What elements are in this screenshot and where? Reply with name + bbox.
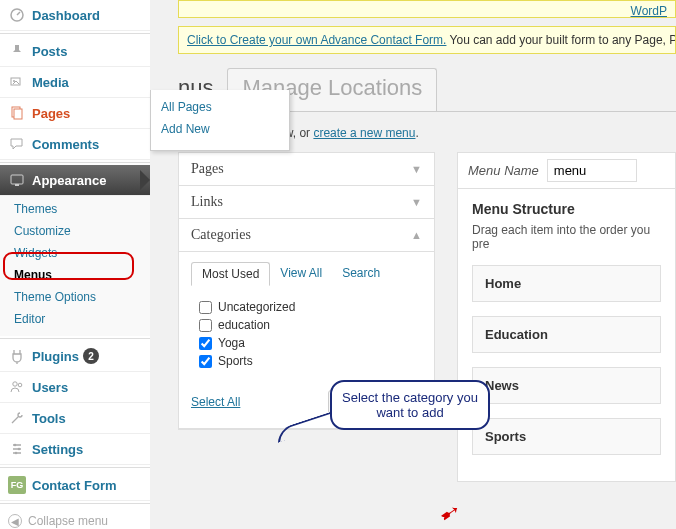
collapse-label: Collapse menu	[28, 514, 108, 528]
plugins-badge: 2	[83, 348, 99, 364]
category-row-education[interactable]: education	[199, 316, 422, 334]
pages-icon	[8, 104, 26, 122]
category-list: Uncategorized education Yoga Sports	[191, 296, 422, 376]
notice-link[interactable]: WordP	[631, 4, 667, 18]
svg-rect-6	[15, 184, 19, 186]
plugins-icon	[8, 347, 26, 365]
sidebar-label: Dashboard	[32, 8, 100, 23]
sidebar-item-users[interactable]: Users	[0, 372, 150, 403]
category-label: Yoga	[218, 336, 245, 350]
pages-flyout: All Pages Add New	[150, 90, 290, 151]
annotation-callout: Select the category you want to add	[330, 380, 490, 430]
sidebar-item-comments[interactable]: Comments	[0, 129, 150, 160]
svg-rect-4	[14, 109, 22, 119]
users-icon	[8, 378, 26, 396]
sidebar-item-appearance[interactable]: Appearance	[0, 165, 150, 196]
notice-text: You can add your built form to any Page,…	[446, 33, 676, 47]
svg-point-7	[13, 382, 17, 386]
category-row-uncategorized[interactable]: Uncategorized	[199, 298, 422, 316]
pin-icon	[8, 42, 26, 60]
sub-editor[interactable]: Editor	[0, 308, 150, 330]
sidebar-label: Posts	[32, 44, 67, 59]
main-content: WordP Click to Create your own Advance C…	[150, 0, 676, 529]
sidebar-label: Pages	[32, 106, 70, 121]
contact-form-icon: FG	[8, 476, 26, 494]
category-checkbox[interactable]	[199, 301, 212, 314]
acc-title: Categories	[191, 227, 251, 243]
appearance-submenu: Themes Customize Widgets Menus Theme Opt…	[0, 196, 150, 336]
subtab-most-used[interactable]: Most Used	[191, 262, 270, 286]
category-label: Uncategorized	[218, 300, 295, 314]
flyout-add-new[interactable]: Add New	[161, 118, 279, 140]
sidebar-label: Users	[32, 380, 68, 395]
sub-widgets[interactable]: Widgets	[0, 242, 150, 264]
sidebar-item-posts[interactable]: Posts	[0, 36, 150, 67]
menu-structure-desc: Drag each item into the order you pre	[472, 223, 661, 251]
sidebar-item-tools[interactable]: Tools	[0, 403, 150, 434]
settings-icon	[8, 440, 26, 458]
category-checkbox[interactable]	[199, 337, 212, 350]
menu-name-label: Menu Name	[468, 163, 539, 178]
notice-banner-1: WordP	[178, 0, 676, 18]
menu-name-row: Menu Name	[457, 152, 676, 189]
sidebar-label: Appearance	[32, 173, 106, 188]
sidebar-label: Contact Form	[32, 478, 117, 493]
svg-point-11	[15, 452, 18, 455]
flyout-all-pages[interactable]: All Pages	[161, 96, 279, 118]
category-label: education	[218, 318, 270, 332]
comments-icon	[8, 135, 26, 153]
sidebar-label: Comments	[32, 137, 99, 152]
category-label: Sports	[218, 354, 253, 368]
sub-customize[interactable]: Customize	[0, 220, 150, 242]
sidebar-label: Tools	[32, 411, 66, 426]
sidebar-label: Settings	[32, 442, 83, 457]
sidebar-item-settings[interactable]: Settings	[0, 434, 150, 465]
menu-item-sports[interactable]: Sports	[472, 418, 661, 455]
menu-structure-panel: Menu Structure Drag each item into the o…	[457, 189, 676, 482]
acc-title: Pages	[191, 161, 224, 177]
sidebar-item-media[interactable]: Media	[0, 67, 150, 98]
svg-point-9	[14, 444, 17, 447]
dashboard-icon	[8, 6, 26, 24]
category-row-yoga[interactable]: Yoga	[199, 334, 422, 352]
chevron-down-icon: ▼	[411, 163, 422, 175]
sub-menus[interactable]: Menus	[0, 264, 150, 286]
sidebar-item-dashboard[interactable]: Dashboard	[0, 0, 150, 31]
sidebar-item-contact-form[interactable]: FG Contact Form	[0, 470, 150, 501]
create-new-menu-link[interactable]: create a new menu	[313, 126, 415, 140]
tools-icon	[8, 409, 26, 427]
category-checkbox[interactable]	[199, 319, 212, 332]
sidebar-label: Plugins	[32, 349, 79, 364]
accordion-categories[interactable]: Categories ▲	[179, 219, 434, 252]
appearance-icon	[8, 171, 26, 189]
menu-item-education[interactable]: Education	[472, 316, 661, 353]
sidebar-item-pages[interactable]: Pages	[0, 98, 150, 129]
category-row-sports[interactable]: Sports	[199, 352, 422, 370]
media-icon	[8, 73, 26, 91]
subtab-view-all[interactable]: View All	[270, 262, 332, 286]
menu-item-home[interactable]: Home	[472, 265, 661, 302]
category-checkbox[interactable]	[199, 355, 212, 368]
sidebar-item-plugins[interactable]: Plugins 2	[0, 341, 150, 372]
accordion-pages[interactable]: Pages ▼	[179, 153, 434, 186]
menu-name-input[interactable]	[547, 159, 637, 182]
svg-rect-5	[11, 175, 23, 184]
category-subtabs: Most Used View All Search	[191, 262, 422, 286]
notice-banner-2: Click to Create your own Advance Contact…	[178, 26, 676, 54]
menu-item-news[interactable]: News	[472, 367, 661, 404]
collapse-menu[interactable]: ◀ Collapse menu	[0, 506, 150, 529]
sub-theme-options[interactable]: Theme Options	[0, 286, 150, 308]
menu-structure-heading: Menu Structure	[472, 201, 661, 217]
chevron-up-icon: ▲	[411, 229, 422, 241]
svg-point-8	[18, 383, 22, 387]
admin-sidebar: Dashboard Posts Media Pages Comments App…	[0, 0, 150, 529]
collapse-icon: ◀	[8, 514, 22, 528]
contact-form-link[interactable]: Click to Create your own Advance Contact…	[187, 33, 446, 47]
chevron-down-icon: ▼	[411, 196, 422, 208]
select-all-link[interactable]: Select All	[191, 395, 240, 409]
accordion-links[interactable]: Links ▼	[179, 186, 434, 219]
subtab-search[interactable]: Search	[332, 262, 390, 286]
acc-title: Links	[191, 194, 223, 210]
sidebar-label: Media	[32, 75, 69, 90]
sub-themes[interactable]: Themes	[0, 198, 150, 220]
